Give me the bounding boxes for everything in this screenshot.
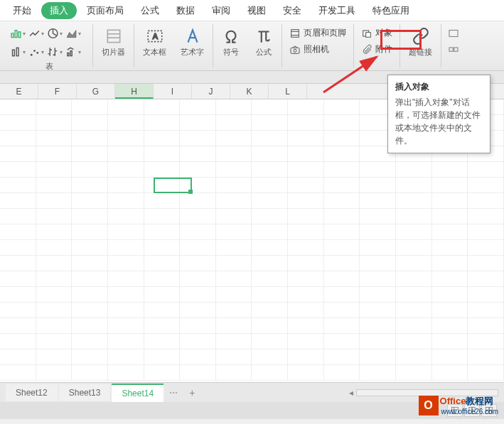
grid-cell[interactable] <box>360 271 396 286</box>
grid-cell[interactable] <box>36 256 73 271</box>
grid-cell[interactable] <box>288 256 324 271</box>
grid-cell[interactable] <box>144 162 181 177</box>
grid-cell[interactable] <box>324 318 360 333</box>
grid-cell[interactable] <box>144 303 181 317</box>
grid-cell[interactable] <box>0 334 36 349</box>
bar-chart-icon[interactable]: ▾ <box>10 26 26 41</box>
grid-cell[interactable] <box>324 115 360 130</box>
grid-cell[interactable] <box>396 178 432 192</box>
menu-special[interactable]: 特色应用 <box>365 1 417 20</box>
grid-cell[interactable] <box>288 146 324 161</box>
attachment-button[interactable]: 附件 <box>358 42 395 57</box>
grid-cell[interactable] <box>108 162 144 177</box>
grid-cell[interactable] <box>432 271 468 286</box>
grid-cell[interactable] <box>252 115 288 130</box>
grid-cell[interactable] <box>108 303 144 317</box>
sheet-tab[interactable]: Sheet12 <box>6 384 58 401</box>
grid-cell[interactable] <box>144 131 181 146</box>
grid-cell[interactable] <box>144 365 181 380</box>
grid-cell[interactable] <box>216 318 252 333</box>
grid-cell[interactable] <box>468 256 504 271</box>
grid-cell[interactable] <box>252 365 288 380</box>
grid-cell[interactable] <box>36 365 73 380</box>
grid-cell[interactable] <box>144 287 181 302</box>
extra-icon-2[interactable] <box>446 44 461 60</box>
line-chart-icon[interactable]: ▾ <box>28 26 44 41</box>
grid-cell[interactable] <box>72 115 108 130</box>
grid-cell[interactable] <box>468 178 504 192</box>
grid-cell[interactable] <box>0 271 36 286</box>
grid-cell[interactable] <box>108 240 144 255</box>
grid-cell[interactable] <box>144 240 181 255</box>
slicer-button[interactable]: 切片器 <box>97 26 129 59</box>
grid-cell[interactable] <box>468 349 504 364</box>
equation-button[interactable]: 公式 <box>250 26 277 59</box>
grid-cell[interactable] <box>396 224 432 239</box>
grid-cell[interactable] <box>288 349 324 364</box>
grid-cell[interactable] <box>0 365 36 380</box>
grid-cell[interactable] <box>36 334 73 349</box>
grid-cell[interactable] <box>180 271 216 286</box>
grid-cell[interactable] <box>72 131 108 146</box>
view-break-button[interactable] <box>481 404 497 417</box>
grid-cell[interactable] <box>0 146 36 161</box>
grid-cell[interactable] <box>36 271 73 286</box>
grid-cell[interactable] <box>36 131 73 146</box>
grid-cell[interactable] <box>36 115 73 130</box>
grid-cell[interactable] <box>72 178 108 192</box>
grid-cell[interactable] <box>180 131 216 146</box>
grid-cell[interactable] <box>72 209 108 224</box>
grid-cell[interactable] <box>252 349 288 364</box>
grid-cell[interactable] <box>36 303 73 317</box>
grid-cell[interactable] <box>288 115 324 130</box>
view-page-button[interactable] <box>464 404 480 417</box>
grid-cell[interactable] <box>252 131 288 146</box>
col-header[interactable]: K <box>230 84 269 99</box>
grid-cell[interactable] <box>144 146 181 161</box>
grid-cell[interactable] <box>180 224 216 239</box>
area-chart-icon[interactable]: ▾ <box>65 26 81 41</box>
grid-cell[interactable] <box>36 178 73 192</box>
grid-cell[interactable] <box>432 349 468 364</box>
grid-cell[interactable] <box>432 178 468 192</box>
grid-cell[interactable] <box>252 271 288 286</box>
grid-cell[interactable] <box>396 303 432 317</box>
grid-cell[interactable] <box>36 224 73 239</box>
col-header-selected[interactable]: H <box>115 84 154 99</box>
grid-cell[interactable] <box>324 193 360 208</box>
grid-cell[interactable] <box>432 365 468 380</box>
grid-cell[interactable] <box>432 224 468 239</box>
textbox-button[interactable]: A 文本框 <box>139 26 171 59</box>
grid-cell[interactable] <box>108 178 144 192</box>
grid-cell[interactable] <box>396 365 432 380</box>
menu-formula[interactable]: 公式 <box>134 1 166 20</box>
menu-review[interactable]: 审阅 <box>205 1 237 20</box>
menu-dev-tools[interactable]: 开发工具 <box>311 1 363 20</box>
grid-cell[interactable] <box>396 349 432 364</box>
grid-cell[interactable] <box>216 334 252 349</box>
grid-cell[interactable] <box>360 178 396 192</box>
grid-cell[interactable] <box>396 287 432 302</box>
grid-cell[interactable] <box>72 334 108 349</box>
grid-cell[interactable] <box>72 318 108 333</box>
grid-cell[interactable] <box>0 318 36 333</box>
grid-cell[interactable] <box>468 287 504 302</box>
grid-cell[interactable] <box>432 209 468 224</box>
grid-cell[interactable] <box>360 287 396 302</box>
grid-cell[interactable] <box>72 162 108 177</box>
grid-cell[interactable] <box>252 303 288 317</box>
grid-cell[interactable] <box>324 209 360 224</box>
grid-cell[interactable] <box>396 162 432 177</box>
grid-cell[interactable] <box>324 303 360 317</box>
grid-cell[interactable] <box>324 162 360 177</box>
grid-cell[interactable] <box>216 365 252 380</box>
grid-cell[interactable] <box>180 256 216 271</box>
grid-cell[interactable] <box>360 365 396 380</box>
grid-cell[interactable] <box>108 318 144 333</box>
grid-cell[interactable] <box>36 349 73 364</box>
grid-cell[interactable] <box>216 287 252 302</box>
grid-cell[interactable] <box>216 162 252 177</box>
grid-cell[interactable] <box>252 224 288 239</box>
grid-cell[interactable] <box>216 131 252 146</box>
grid-cell[interactable] <box>288 318 324 333</box>
